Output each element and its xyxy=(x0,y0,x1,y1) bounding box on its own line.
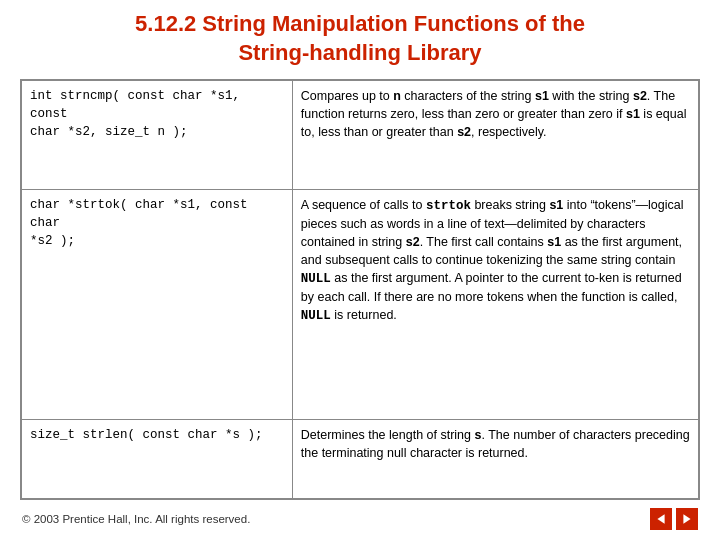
code-cell-1: char *strtok( char *s1, const char*s2 ); xyxy=(22,189,293,419)
desc-cell-2: Determines the length of string s. The n… xyxy=(292,419,698,498)
code-cell-0: int strncmp( const char *s1, constchar *… xyxy=(22,81,293,189)
page-title: 5.12.2 String Manipulation Functions of … xyxy=(20,10,700,67)
desc-cell-1: A sequence of calls to strtok breaks str… xyxy=(292,189,698,419)
title-area: 5.12.2 String Manipulation Functions of … xyxy=(20,10,700,67)
prev-button[interactable] xyxy=(650,508,672,530)
table-row: int strncmp( const char *s1, constchar *… xyxy=(22,81,699,189)
svg-marker-1 xyxy=(683,514,690,524)
page: 5.12.2 String Manipulation Functions of … xyxy=(0,0,720,540)
table-row: size_t strlen( const char *s );Determine… xyxy=(22,419,699,498)
next-button[interactable] xyxy=(676,508,698,530)
copyright-text: © 2003 Prentice Hall, Inc. All rights re… xyxy=(22,513,250,525)
footer: © 2003 Prentice Hall, Inc. All rights re… xyxy=(20,508,700,530)
svg-marker-0 xyxy=(657,514,664,524)
table-row: char *strtok( char *s1, const char*s2 );… xyxy=(22,189,699,419)
content-table-container: int strncmp( const char *s1, constchar *… xyxy=(20,79,700,500)
code-cell-2: size_t strlen( const char *s ); xyxy=(22,419,293,498)
desc-cell-0: Compares up to n characters of the strin… xyxy=(292,81,698,189)
nav-buttons xyxy=(650,508,698,530)
functions-table: int strncmp( const char *s1, constchar *… xyxy=(21,80,699,499)
